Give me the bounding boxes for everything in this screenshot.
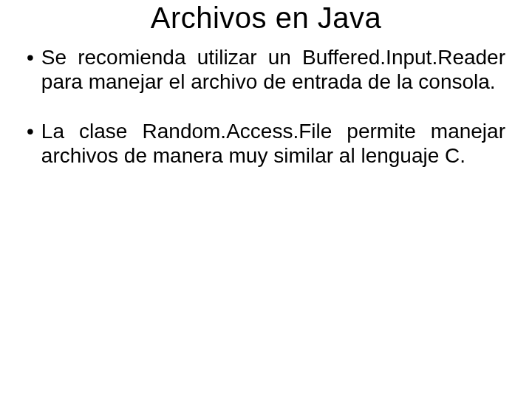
bullet-text: Se recomienda utilizar un Buffered.Input… xyxy=(41,45,505,94)
slide-body: • Se recomienda utilizar un Buffered.Inp… xyxy=(22,45,510,168)
bullet-item: • Se recomienda utilizar un Buffered.Inp… xyxy=(27,45,505,94)
bullet-text: La clase Random.Access.File permite mane… xyxy=(41,119,505,168)
bullet-marker-icon: • xyxy=(27,119,41,168)
bullet-marker-icon: • xyxy=(27,45,41,94)
slide: Archivos en Java • Se recomienda utiliza… xyxy=(0,0,532,399)
title-container: Archivos en Java xyxy=(22,0,510,35)
slide-title: Archivos en Java xyxy=(151,1,382,35)
bullet-item: • La clase Random.Access.File permite ma… xyxy=(27,119,505,168)
